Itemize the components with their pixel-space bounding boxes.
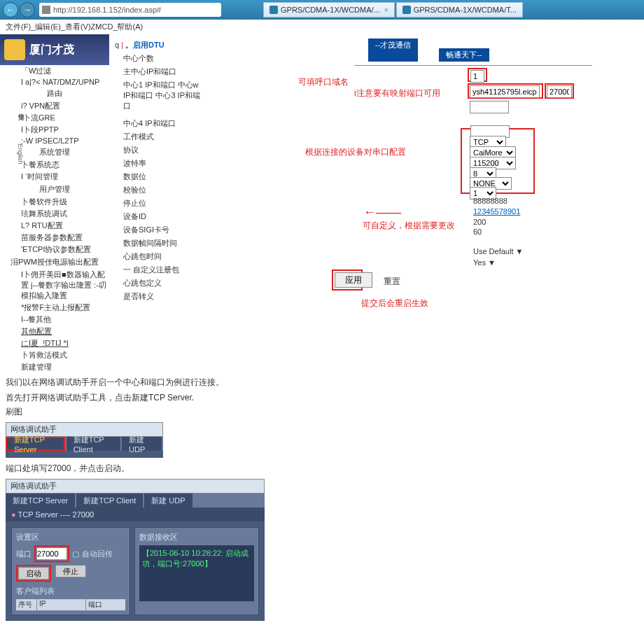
start-button[interactable]: 启动 — [18, 567, 49, 580]
val-framegap: 200 — [473, 218, 486, 226]
tab-strip: GPRS/CDMA-1X/WCDMA/... × GPRS/CDMA-1X/WC… — [263, 2, 524, 18]
label-heartbeat: 心跳包时间 — [109, 250, 207, 263]
client-list-title: 客户端列表 — [16, 586, 125, 596]
arrow-icon: ←—— — [363, 205, 401, 220]
tab-new-tcp-client[interactable]: 新建TCP Client — [76, 493, 143, 507]
note-serial-cfg: 根据连接的设备对串口配置 — [305, 146, 406, 158]
logo-icon — [4, 39, 25, 60]
note-fill-domain: 可填呼口域名 — [298, 76, 349, 88]
val-yes[interactable]: Yes ▼ — [473, 258, 496, 267]
label-devid: 设备ID — [109, 210, 207, 223]
para-2: 首先打开网络调试助手工具，点击新建TCP Server. — [6, 391, 638, 404]
q-char: q — [115, 41, 119, 49]
para-3: 端口处填写27000，并点击启动。 — [6, 462, 638, 475]
url-text: http://192.168.1.152/index.asp# — [53, 6, 161, 14]
label-main-ip: 主中心IP和端口 — [109, 65, 207, 78]
sidebar-item[interactable]: 新建管理 — [0, 361, 109, 373]
sidebar-item[interactable]: 用户管理 — [0, 183, 109, 196]
sidebar-item[interactable]: I a|?< NAT/DMZ/UPNP — [0, 77, 109, 87]
globe-icon — [270, 6, 278, 14]
tab-new-tcp-server[interactable]: 新建TCP Server — [6, 493, 75, 507]
figure-2: 网络调试助手 新建TCP Server 新建TCP Client 新建 UDP … — [6, 479, 265, 621]
tab-new-tcp-server[interactable]: 新建TCP Server — [6, 437, 65, 451]
sidebar-item[interactable]: I卜段PPTP — [0, 124, 109, 136]
tab-new-tcp-client[interactable]: 新建TCP Client — [66, 437, 120, 451]
para-2b: 刷图 — [6, 405, 638, 418]
label-stopbits: 停止位 — [109, 197, 207, 210]
sidebar-item[interactable]: i? VPN配置 — [0, 100, 109, 112]
fig2-title: 网络调试助手 — [6, 479, 265, 493]
close-icon[interactable]: × — [384, 6, 388, 14]
col-port: 端口 — [86, 599, 114, 610]
sidebar-item[interactable]: *报警F主动上报配置 — [0, 302, 109, 314]
logo: 厦门才茂 — [0, 34, 109, 65]
tab-label: GPRS/CDMA-1X/WCDMA/... — [281, 6, 380, 14]
label-parity: 校验位 — [109, 183, 207, 197]
sidebar-item[interactable]: L? RTU配置 — [0, 220, 109, 232]
sidebar-item[interactable]: 其他配置 — [0, 326, 109, 337]
brand-chip-2: 畅通天下-- — [439, 48, 489, 62]
main-port-input[interactable] — [547, 85, 572, 98]
label-custom-reg: 一 自定义注册包 — [109, 263, 207, 276]
brand-chip-1: --才茂通信 — [368, 38, 418, 62]
note-restart: 提交后会重启生效 — [361, 298, 428, 309]
label-hb-def: 心跳包定义 — [109, 276, 207, 290]
tab-1[interactable]: GPRS/CDMA-1X/WCDMA/T... — [396, 2, 523, 18]
sidebar-item[interactable]: 玹舞系统调试 — [0, 208, 109, 220]
log-line: 【2015-06-10 10:28:22: 启动成功，端口号:27000】 — [142, 548, 251, 569]
sidebar-item[interactable]: 'ETCPI协议参数配置 — [0, 244, 109, 255]
val-sim[interactable]: 12345578901 — [473, 207, 520, 216]
sidebar: 厦门才茂 「W过滤 I a|?< NAT/DMZ/UPNP 路由 i? VPN配… — [0, 34, 109, 373]
tab-new-udp[interactable]: 新建 UDP — [144, 493, 192, 507]
tab-new-udp[interactable]: 新建 UDP — [122, 437, 162, 451]
val-heartbeat: 60 — [473, 227, 482, 236]
col-ip: IP — [37, 599, 86, 610]
sidebar-item[interactable]: I卜流GRE — [0, 112, 109, 124]
label-proto: 协议 — [109, 144, 207, 157]
address-bar[interactable]: http://192.168.1.152/index.asp# — [39, 3, 221, 17]
apply-button[interactable]: 应用 — [335, 272, 372, 288]
para-1: 我们以在网络调试助手开启一个中心和端口为例进行连接。 — [6, 376, 638, 388]
label-framegap: 数据帧间隔时间 — [109, 237, 207, 250]
enable-dtu-link[interactable]: 。启用DTU — [125, 41, 164, 49]
auto-reply-check[interactable]: 自动回传 — [82, 549, 113, 559]
label-center-count: 中心个数 — [109, 52, 207, 65]
ie-menu-bar[interactable]: 文件(F)_编辑(E)_查看(V)ZMCD_帮助(A) — [0, 20, 644, 34]
lang-tab-en[interactable]: English — [17, 144, 24, 164]
tcp-server-tab[interactable]: TCP Server ---- 27000 — [18, 510, 94, 519]
sidebar-item[interactable]: I卜佣开美田■数器输入配置 j--餐数字输出隆置 :-叨模拟输入隆置 — [0, 269, 109, 302]
center-ip-input[interactable] — [470, 101, 509, 113]
sidebar-item[interactable]: 泪PWM授佳电源输出配置 — [0, 255, 109, 269]
label-mode: 工作模式 — [109, 130, 207, 144]
sidebar-item[interactable]: I ‵时间管理 — [0, 171, 109, 183]
logo-text: 厦门才茂 — [29, 43, 74, 57]
cfg-title: 设置区 — [16, 532, 125, 542]
main-ip-input[interactable] — [470, 85, 540, 98]
val-devid: 88888888 — [473, 197, 507, 205]
sidebar-item[interactable]: 路由 — [0, 87, 109, 100]
label-centers-123: 中心1 IP和端口 中心w IP和端口 中心3 IP和端口 — [109, 78, 207, 113]
sidebar-item[interactable]: にI夏_!DTIJ *I — [0, 337, 109, 349]
tab-label: GPRS/CDMA-1X/WCDMA/T... — [414, 6, 517, 14]
center-count-input[interactable] — [470, 70, 484, 83]
page-icon — [42, 6, 50, 14]
sidebar-item[interactable]: I--餐其他 — [0, 314, 109, 326]
label-sim: 设备SIGI卡号 — [109, 223, 207, 237]
note-custom: 可自定义，根据需要更改 — [363, 220, 455, 232]
label-center4: 中心4 IP和端口 — [109, 117, 207, 130]
figure-1: 网络调试助手 新建TCP Server 新建TCP Client 新建 UDP — [6, 422, 163, 458]
forward-button[interactable]: → — [20, 2, 35, 18]
browser-toolbar: ← → http://192.168.1.152/index.asp# GPRS… — [0, 0, 644, 20]
val-usedefault[interactable]: Use Default ▼ — [473, 247, 523, 255]
port-input[interactable] — [36, 547, 67, 560]
back-button[interactable]: ← — [3, 2, 18, 18]
sidebar-item[interactable]: 「W过滤 — [0, 65, 109, 77]
stop-button[interactable]: 停止 — [55, 565, 86, 578]
label-baud: 波特率 — [109, 157, 207, 170]
tab-0[interactable]: GPRS/CDMA-1X/WCDMA/... × — [263, 2, 395, 18]
sidebar-item[interactable]: 苗服务器参数配置 — [0, 232, 109, 244]
sidebar-item[interactable]: 卜餐软件升级 — [0, 196, 109, 208]
reset-button[interactable]: 重置 — [384, 276, 400, 288]
col-seq: 序号 — [16, 599, 37, 610]
sidebar-item[interactable]: 卜筲救活模式 — [0, 349, 109, 361]
